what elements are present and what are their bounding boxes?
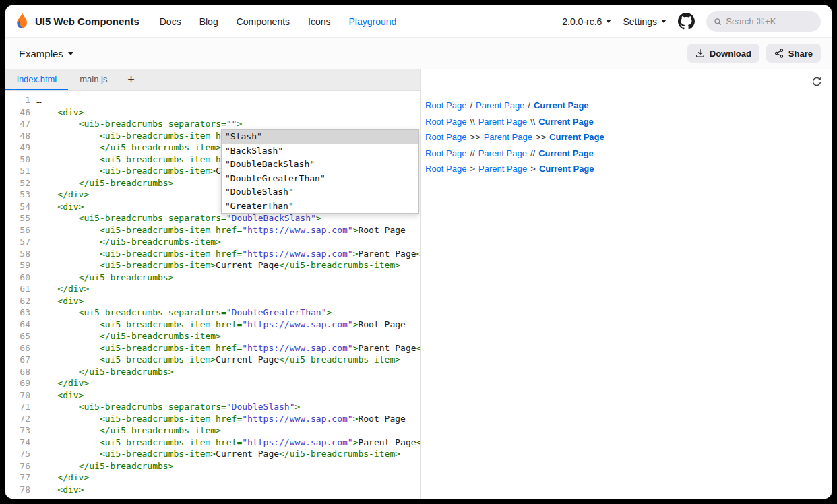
download-label: Download bbox=[710, 49, 751, 59]
code-area[interactable]: 1…46 <div>47 <ui5-breadcrumbs separators… bbox=[5, 91, 420, 499]
code-line[interactable]: 62 <div> bbox=[5, 295, 420, 307]
download-button[interactable]: Download bbox=[687, 44, 760, 63]
refresh-icon[interactable] bbox=[811, 76, 822, 87]
code-line[interactable]: 47 <ui5-breadcrumbs separators=""> bbox=[5, 118, 420, 130]
code-text: <ui5-breadcrumbs-item hr bbox=[36, 154, 226, 166]
code-line[interactable]: 61 </div> bbox=[5, 283, 420, 295]
search-box[interactable] bbox=[706, 11, 821, 32]
code-line[interactable]: 60 </ui5-breadcrumbs> bbox=[5, 272, 420, 284]
breadcrumb-link[interactable]: Root Page bbox=[425, 132, 466, 142]
code-text: <ui5-breadcrumbs-item>Cu bbox=[36, 165, 226, 177]
line-number: 58 bbox=[5, 248, 36, 260]
code-line[interactable]: 70 <div> bbox=[5, 389, 420, 402]
add-file-button[interactable]: + bbox=[119, 69, 143, 90]
breadcrumb-current[interactable]: Current Page bbox=[539, 164, 594, 174]
share-icon bbox=[774, 49, 784, 58]
line-number: 50 bbox=[5, 154, 36, 166]
code-text: <ui5-breadcrumbs separators="DoubleGreat… bbox=[36, 307, 332, 319]
examples-label: Examples bbox=[19, 48, 63, 59]
breadcrumb-link[interactable]: Parent Page bbox=[478, 164, 527, 174]
breadcrumb-link[interactable]: Parent Page bbox=[478, 117, 527, 127]
breadcrumb-current[interactable]: Current Page bbox=[549, 132, 604, 142]
breadcrumb-link[interactable]: Root Page bbox=[425, 148, 466, 158]
line-number: 56 bbox=[5, 224, 36, 237]
code-line[interactable]: 58 <ui5-breadcrumbs-item href="https://w… bbox=[5, 248, 420, 260]
code-line[interactable]: 63 <ui5-breadcrumbs separators="DoubleGr… bbox=[5, 307, 420, 319]
line-number: 66 bbox=[5, 342, 36, 354]
line-number: 47 bbox=[5, 118, 36, 130]
line-number: 75 bbox=[5, 448, 36, 460]
code-line[interactable]: 74 <ui5-breadcrumbs-item href="https://w… bbox=[5, 437, 420, 449]
code-line[interactable]: 46 <div> bbox=[5, 106, 420, 119]
line-number: 72 bbox=[5, 413, 36, 425]
code-line[interactable]: 67 <ui5-breadcrumbs-item>Current Page</u… bbox=[5, 354, 420, 366]
chevron-down-icon bbox=[68, 52, 73, 55]
breadcrumb-current[interactable]: Current Page bbox=[538, 148, 594, 158]
code-line[interactable]: 68 </ui5-breadcrumbs> bbox=[5, 366, 420, 378]
nav-link-components[interactable]: Components bbox=[237, 16, 290, 27]
download-icon bbox=[695, 49, 705, 58]
line-number: 68 bbox=[5, 366, 36, 378]
code-text: <div> bbox=[36, 106, 84, 119]
code-line[interactable]: 76 </ui5-breadcrumbs> bbox=[5, 460, 420, 472]
autocomplete-item[interactable]: "DoubleSlash" bbox=[222, 185, 418, 199]
code-line[interactable]: 77 </div> bbox=[5, 472, 420, 484]
code-line[interactable]: 59 <ui5-breadcrumbs-item>Current Page</u… bbox=[5, 259, 420, 272]
breadcrumb-current[interactable]: Current Page bbox=[534, 100, 589, 111]
autocomplete-item[interactable]: "DoubleBackSlash" bbox=[222, 158, 418, 172]
brand-title: UI5 Web Components bbox=[35, 15, 140, 27]
version-label: 2.0.0-rc.6 bbox=[562, 16, 602, 27]
version-dropdown[interactable]: 2.0.0-rc.6 bbox=[562, 16, 611, 27]
examples-dropdown[interactable]: Examples bbox=[19, 48, 73, 59]
tab-main.js[interactable]: main.js bbox=[68, 69, 119, 90]
tab-index.html[interactable]: index.html bbox=[5, 69, 68, 90]
autocomplete-item[interactable]: "BackSlash" bbox=[222, 144, 418, 158]
breadcrumb-link[interactable]: Root Page bbox=[425, 164, 466, 174]
code-text: <ui5-breadcrumbs-item href="https://www.… bbox=[36, 437, 420, 449]
code-line[interactable]: 78 <div> bbox=[5, 484, 420, 496]
breadcrumb-row: Root Page>Parent Page>Current Page bbox=[425, 161, 832, 177]
autocomplete-item[interactable]: "GreaterThan" bbox=[222, 199, 418, 214]
nav-link-icons[interactable]: Icons bbox=[308, 16, 330, 27]
code-line[interactable]: 55 <ui5-breadcrumbs separators="DoubleBa… bbox=[5, 212, 420, 224]
share-label: Share bbox=[788, 49, 813, 59]
code-line[interactable]: 66 <ui5-breadcrumbs-item href="https://w… bbox=[5, 342, 420, 354]
settings-dropdown[interactable]: Settings bbox=[623, 16, 666, 27]
code-line[interactable]: 56 <ui5-breadcrumbs-item href="https://w… bbox=[5, 224, 420, 237]
line-number: 1 bbox=[5, 94, 36, 106]
line-number: 52 bbox=[5, 177, 36, 189]
tabs-container: index.htmlmain.js bbox=[5, 69, 119, 90]
breadcrumb-separator: / bbox=[466, 100, 476, 111]
search-input[interactable] bbox=[726, 16, 813, 26]
breadcrumb-link[interactable]: Root Page bbox=[425, 100, 466, 111]
code-text: <ui5-breadcrumbs-item hr bbox=[36, 130, 226, 142]
code-text: </ui5-breadcrumbs> bbox=[36, 177, 174, 189]
autocomplete-item[interactable]: "Slash" bbox=[222, 130, 418, 144]
breadcrumb-link[interactable]: Root Page bbox=[425, 117, 466, 127]
breadcrumb-link[interactable]: Parent Page bbox=[476, 100, 524, 111]
code-line[interactable]: 64 <ui5-breadcrumbs-item href="https://w… bbox=[5, 319, 420, 331]
breadcrumb-current[interactable]: Current Page bbox=[538, 117, 594, 127]
share-button[interactable]: Share bbox=[766, 44, 821, 63]
code-line[interactable]: 72 <ui5-breadcrumbs-item href="https://w… bbox=[5, 413, 420, 425]
navbar-right: 2.0.0-rc.6 Settings bbox=[562, 11, 821, 32]
code-line[interactable]: 57 </ui5-breadcrumbs-item> bbox=[5, 236, 420, 248]
breadcrumb-link[interactable]: Parent Page bbox=[478, 148, 527, 158]
brand[interactable]: UI5 Web Components bbox=[15, 13, 140, 30]
nav-link-blog[interactable]: Blog bbox=[199, 16, 218, 27]
code-line[interactable]: 73 </ui5-breadcrumbs-item> bbox=[5, 424, 420, 437]
breadcrumb-separator: // bbox=[466, 148, 478, 158]
autocomplete-item[interactable]: "DoubleGreaterThan" bbox=[222, 172, 418, 186]
nav-link-playground[interactable]: Playground bbox=[349, 16, 397, 27]
breadcrumb-link[interactable]: Parent Page bbox=[484, 132, 532, 142]
line-number: 73 bbox=[5, 424, 36, 437]
code-line[interactable]: 75 <ui5-breadcrumbs-item>Current Page</u… bbox=[5, 448, 420, 460]
code-line[interactable]: 1… bbox=[5, 94, 420, 106]
code-line[interactable]: 71 <ui5-breadcrumbs separators="DoubleSl… bbox=[5, 401, 420, 413]
code-text: </ui5-breadcrumbs> bbox=[36, 366, 174, 378]
nav-link-docs[interactable]: Docs bbox=[160, 16, 181, 27]
code-text: </div> bbox=[36, 472, 89, 484]
code-line[interactable]: 69 </div> bbox=[5, 377, 420, 389]
github-icon[interactable] bbox=[678, 13, 695, 30]
code-line[interactable]: 65 </ui5-breadcrumbs-item> bbox=[5, 330, 420, 342]
